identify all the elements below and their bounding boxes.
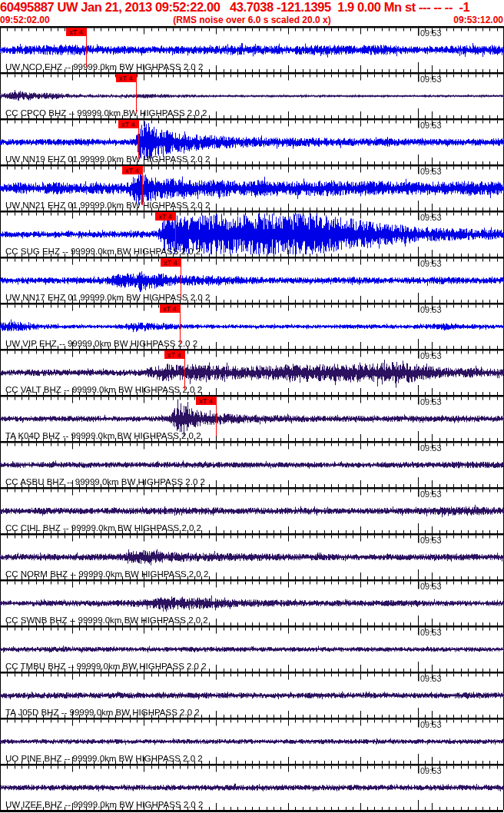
trace-station-label: CC CIHL BHZ -- 99999.0km BW HIGHPASS 2.0… bbox=[5, 523, 201, 533]
minute-time-label: 09:53 bbox=[420, 259, 442, 268]
trace-station-label: TA J05D BHZ -- 99999.0km BW HIGHPASS 2.0… bbox=[5, 708, 200, 717]
trace-station-label: UW IZEE BHZ -- 99999.0km BW HIGHPASS 2.0… bbox=[5, 800, 203, 809]
event-header: 60495887 UW Jan 21, 2013 09:52:22.00 43.… bbox=[0, 0, 504, 26]
minute-time-label: 09:53 bbox=[420, 121, 442, 130]
trace-row[interactable]: 09:53 xT 4 UW VIP EHZ -- 99999.0km BW HI… bbox=[1, 303, 503, 349]
phase-pick-label: xT 4 bbox=[164, 259, 177, 267]
trace-station-label: UW NN21 EHZ 01 99999.0km BW HIGHPASS 2.0… bbox=[5, 201, 210, 210]
minute-time-label: 09:53 bbox=[420, 720, 442, 729]
phase-pick-line bbox=[184, 350, 186, 390]
trace-row[interactable]: 09:53 TA J05D BHZ -- 99999.0km BW HIGHPA… bbox=[1, 672, 503, 718]
phase-pick-line bbox=[86, 28, 88, 67]
trace-station-label: UW NCO EHZ -- 99999.0km BW HIGHPASS 2.0 … bbox=[5, 62, 203, 71]
phase-pick-label: xT 4 bbox=[158, 213, 171, 221]
trace-row[interactable]: 09:53 UO PINE BHZ -- 99999.0km BW HIGHPA… bbox=[1, 718, 503, 764]
header-subline: 09:52:02.00 (RMS noise over 6.0 s scaled… bbox=[0, 15, 504, 26]
phase-pick-flag[interactable]: xT 4 bbox=[160, 304, 180, 313]
minute-time-label: 09:53 bbox=[420, 766, 442, 775]
phase-pick-line bbox=[136, 74, 138, 113]
trace-row[interactable]: 09:53 xT 4 UW NN17 EHZ 01 99999.0km BW H… bbox=[1, 257, 503, 303]
phase-pick-flag[interactable]: xT 4 bbox=[161, 258, 181, 267]
phase-pick-flag[interactable]: xT 4 bbox=[122, 166, 142, 174]
minute-time-label: 09:53 bbox=[420, 28, 442, 38]
phase-pick-label: xT 4 bbox=[167, 351, 181, 359]
trace-row[interactable]: 09:53 xT 4 UW NN19 EHZ 01 99999.0km BW H… bbox=[1, 118, 503, 164]
minute-time-label: 09:53 bbox=[420, 213, 442, 222]
bottom-time-ruler bbox=[0, 810, 503, 812]
minute-time-label: 09:53 bbox=[420, 582, 442, 591]
trace-station-label: CC NORM BHZ -- 99999.0km BW HIGHPASS 2.0… bbox=[5, 569, 208, 579]
minute-time-label: 09:53 bbox=[420, 351, 442, 360]
phase-pick-line bbox=[138, 120, 140, 159]
trace-row[interactable]: 09:53 CC SWNB BHZ -- 99999.0km BW HIGHPA… bbox=[1, 579, 503, 626]
trace-station-label: UW NN17 EHZ 01 99999.0km BW HIGHPASS 2.0… bbox=[5, 293, 210, 302]
phase-pick-label: xT 4 bbox=[163, 305, 176, 313]
phase-pick-line bbox=[180, 304, 181, 343]
minute-time-label: 09:53 bbox=[420, 305, 442, 314]
minute-time-label: 09:53 bbox=[420, 628, 442, 637]
phase-pick-line bbox=[142, 166, 144, 205]
phase-pick-flag[interactable]: xT 4 bbox=[66, 28, 86, 36]
trace-station-label: CC VALT BHZ -- 99999.0km BW HIGHPASS 2.0… bbox=[5, 385, 202, 394]
phase-pick-label: xT 4 bbox=[125, 167, 138, 174]
trace-station-label: CC SWNB BHZ -- 99999.0km BW HIGHPASS 2.0… bbox=[5, 616, 208, 625]
phase-pick-flag[interactable]: xT 4 bbox=[118, 120, 138, 128]
trace-row[interactable]: 09:53 xT 4 CC VALT BHZ -- 99999.0km BW H… bbox=[1, 349, 503, 395]
phase-pick-flag[interactable]: xT 4 bbox=[116, 74, 136, 82]
minute-time-label: 09:53 bbox=[420, 167, 442, 176]
trace-station-label: TA K04D BHZ -- 99999.0km BW HIGHPASS 2.0… bbox=[5, 431, 201, 440]
minute-time-label: 09:53 bbox=[420, 489, 442, 499]
minute-time-label: 09:53 bbox=[420, 75, 442, 84]
trace-station-label: CC SUG EHZ -- 99999.0km BW HIGHPASS 2.0 … bbox=[5, 247, 201, 256]
trace-row[interactable]: 09:53 xT 4 TA K04D BHZ -- 99999.0km BW H… bbox=[1, 395, 503, 441]
trace-row[interactable]: 09:53 CC ASBU BHZ -- 99999.0km BW HIGHPA… bbox=[1, 441, 503, 487]
minute-time-label: 09:53 bbox=[420, 397, 442, 406]
trace-station-label: CC TMBU BHZ -- 99999.0km BW HIGHPASS 2.0… bbox=[5, 662, 207, 671]
trace-row[interactable]: 09:53 xT 4 CC SUG EHZ -- 99999.0km BW HI… bbox=[1, 211, 503, 257]
trace-row[interactable]: 09:53 CC CIHL BHZ -- 99999.0km BW HIGHPA… bbox=[1, 487, 503, 533]
phase-pick-line bbox=[175, 212, 177, 251]
trace-row[interactable]: 09:53 xT 4 UW NN21 EHZ 01 99999.0km BW H… bbox=[1, 164, 503, 211]
phase-pick-label: xT 4 bbox=[119, 75, 132, 82]
minute-time-label: 09:53 bbox=[420, 674, 442, 683]
trace-station-label: CC ASBU BHZ -- 99999.0km BW HIGHPASS 2.0… bbox=[5, 477, 205, 486]
trace-station-label: CC CPCO BHZ -- 99999.0km BW HIGHPASS 2.0… bbox=[5, 108, 207, 118]
trace-row[interactable]: 09:53 xT 4 CC CPCO BHZ -- 99999.0km BW H… bbox=[1, 72, 503, 118]
scaling-note: (RMS noise over 6.0 s scaled 20.0 x) bbox=[0, 15, 504, 26]
event-summary-line: 60495887 UW Jan 21, 2013 09:52:22.00 43.… bbox=[0, 0, 504, 15]
trace-row[interactable]: 09:53 UW IZEE BHZ -- 99999.0km BW HIGHPA… bbox=[1, 764, 503, 810]
minute-time-label: 09:53 bbox=[420, 443, 442, 453]
minute-time-label: 09:53 bbox=[420, 536, 442, 545]
phase-pick-flag[interactable]: xT 4 bbox=[155, 212, 175, 221]
phase-pick-label: xT 4 bbox=[121, 121, 134, 128]
phase-pick-label: xT 4 bbox=[69, 28, 82, 36]
phase-pick-line bbox=[181, 258, 182, 297]
trace-row[interactable]: 09:53 CC NORM BHZ -- 99999.0km BW HIGHPA… bbox=[1, 533, 503, 579]
trace-station-label: UW NN19 EHZ 01 99999.0km BW HIGHPASS 2.0… bbox=[5, 154, 210, 164]
trace-row[interactable]: 09:53 xT 4 UW NCO EHZ -- 99999.0km BW HI… bbox=[1, 26, 503, 72]
phase-pick-line bbox=[216, 397, 217, 436]
trace-row[interactable]: 09:53 CC TMBU BHZ -- 99999.0km BW HIGHPA… bbox=[1, 626, 503, 672]
window-end-time: 09:53:12.00 bbox=[453, 15, 503, 26]
trace-station-label: UW VIP EHZ -- 99999.0km BW HIGHPASS 2.0 … bbox=[5, 339, 197, 348]
phase-pick-flag[interactable]: xT 4 bbox=[164, 350, 184, 359]
phase-pick-label: xT 4 bbox=[199, 397, 212, 405]
seismogram-viewer: 60495887 UW Jan 21, 2013 09:52:22.00 43.… bbox=[0, 0, 504, 813]
trace-list: 09:53 xT 4 UW NCO EHZ -- 99999.0km BW HI… bbox=[0, 26, 504, 810]
trace-station-label: UO PINE BHZ -- 99999.0km BW HIGHPASS 2.0… bbox=[5, 754, 203, 763]
phase-pick-flag[interactable]: xT 4 bbox=[196, 397, 216, 405]
